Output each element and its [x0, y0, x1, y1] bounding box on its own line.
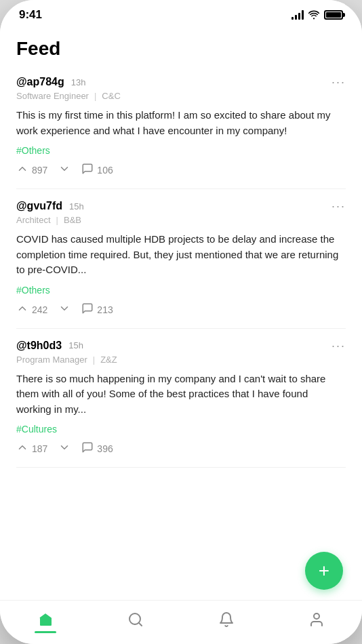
- phone-frame: 9:41 Feed: [0, 0, 362, 644]
- upvote-icon[interactable]: [16, 441, 28, 456]
- upvote-icon[interactable]: [16, 163, 28, 178]
- feed-time: 15h: [69, 201, 84, 212]
- feed-list: @ap784g 13h ··· Software Engineer | C&C …: [0, 65, 362, 468]
- feed-body: There is so much happening in my company…: [16, 371, 346, 418]
- feed-item: @gvu7fd 15h ··· Architect | B&B COVID ha…: [16, 189, 346, 329]
- user-row: @t9h0d3 15h: [16, 340, 83, 352]
- downvote-group: [58, 163, 71, 178]
- comment-icon[interactable]: [81, 163, 94, 178]
- feed-separator: |: [56, 215, 58, 225]
- comment-count: 213: [97, 304, 113, 315]
- comment-count: 396: [97, 443, 113, 454]
- feed-meta: Program Manager | Z&Z: [16, 355, 346, 365]
- feed-time: 13h: [71, 77, 86, 87]
- bell-icon: [218, 611, 235, 628]
- nav-search[interactable]: [117, 609, 155, 630]
- svg-line-1: [139, 623, 142, 626]
- feed-item: @t9h0d3 15h ··· Program Manager | Z&Z Th…: [16, 329, 346, 468]
- create-post-fab[interactable]: +: [305, 552, 343, 590]
- more-options-button[interactable]: ···: [331, 340, 346, 352]
- nav-profile[interactable]: [298, 609, 336, 630]
- feed-item-header: @gvu7fd 15h ···: [16, 200, 346, 212]
- upvote-group: 897: [16, 163, 47, 178]
- feed-separator: |: [93, 355, 95, 365]
- feed-separator: |: [94, 91, 96, 101]
- home-icon: [37, 611, 54, 628]
- downvote-group: [58, 302, 71, 317]
- feed-tag[interactable]: #Others: [16, 145, 346, 156]
- search-icon: [127, 611, 144, 628]
- feed-meta: Software Engineer | C&C: [16, 91, 346, 101]
- feed-company: Z&Z: [100, 355, 117, 365]
- downvote-icon[interactable]: [58, 441, 71, 456]
- upvote-count: 242: [32, 304, 47, 315]
- user-row: @ap784g 13h: [16, 76, 85, 88]
- feed-username: @gvu7fd: [16, 200, 62, 212]
- feed-tag[interactable]: #Others: [16, 285, 346, 296]
- feed-username: @ap784g: [16, 76, 64, 88]
- upvote-icon[interactable]: [16, 302, 28, 317]
- comment-icon[interactable]: [81, 441, 94, 456]
- feed-actions: 242: [16, 302, 346, 317]
- svg-point-2: [314, 613, 319, 619]
- feed-body: This is my first time in this platform! …: [16, 108, 346, 138]
- feed-body: COVID has caused multiple HDB projects t…: [16, 232, 346, 278]
- feed-company: C&C: [102, 91, 120, 101]
- feed-role: Architect: [16, 215, 51, 225]
- nav-active-indicator: [35, 631, 56, 633]
- downvote-icon[interactable]: [58, 302, 71, 317]
- feed-tag[interactable]: #Cultures: [16, 424, 346, 435]
- downvote-icon[interactable]: [58, 163, 71, 178]
- upvote-count: 187: [32, 443, 47, 454]
- nav-home[interactable]: [26, 609, 64, 630]
- wifi-icon: [308, 10, 320, 20]
- downvote-group: [58, 441, 71, 456]
- feed-actions: 187: [16, 441, 346, 456]
- nav-notifications[interactable]: [207, 609, 245, 630]
- status-icons: [291, 10, 343, 20]
- more-options-button[interactable]: ···: [331, 200, 346, 212]
- upvote-group: 187: [16, 441, 47, 456]
- app-content: Feed @ap784g 13h ··· Software Engineer |…: [0, 27, 362, 600]
- comment-group: 106: [81, 163, 113, 178]
- upvote-count: 897: [32, 165, 47, 176]
- comment-count: 106: [97, 165, 113, 176]
- signal-bars-icon: [291, 10, 304, 20]
- comment-group: 213: [81, 302, 113, 317]
- person-icon: [308, 611, 325, 628]
- page-title: Feed: [16, 38, 346, 60]
- battery-icon: [324, 10, 343, 20]
- feed-role: Software Engineer: [16, 91, 89, 101]
- page-header: Feed: [0, 27, 362, 65]
- feed-time: 15h: [68, 340, 83, 350]
- feed-company: B&B: [64, 215, 81, 225]
- feed-item-header: @ap784g 13h ···: [16, 76, 346, 88]
- feed-item: @ap784g 13h ··· Software Engineer | C&C …: [16, 65, 346, 189]
- upvote-group: 242: [16, 302, 47, 317]
- comment-group: 396: [81, 441, 113, 456]
- bottom-nav: [0, 600, 362, 644]
- status-bar: 9:41: [0, 0, 362, 27]
- feed-role: Program Manager: [16, 355, 87, 365]
- feed-meta: Architect | B&B: [16, 215, 346, 225]
- plus-icon: +: [319, 561, 329, 580]
- more-options-button[interactable]: ···: [331, 76, 346, 88]
- user-row: @gvu7fd 15h: [16, 200, 84, 212]
- feed-username: @t9h0d3: [16, 340, 62, 352]
- feed-actions: 897: [16, 163, 346, 178]
- feed-item-header: @t9h0d3 15h ···: [16, 340, 346, 352]
- comment-icon[interactable]: [81, 302, 94, 317]
- status-time: 9:41: [19, 8, 42, 22]
